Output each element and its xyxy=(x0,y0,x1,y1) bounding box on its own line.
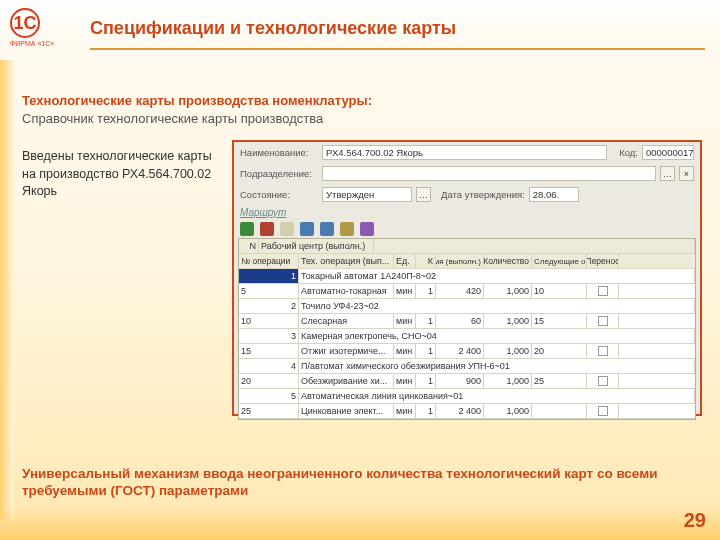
toolbar xyxy=(234,220,700,238)
table-group-row[interactable]: 1Токарный автомат 1А240П-8~02 xyxy=(239,269,695,284)
col-kol[interactable]: Количество xyxy=(484,254,532,268)
table-row[interactable]: 10Слесарнаямин1601,00015 xyxy=(239,314,695,329)
dept-lookup-button[interactable]: … xyxy=(660,166,675,181)
date-input[interactable]: 28.06. xyxy=(529,187,579,202)
date-label: Дата утверждения: xyxy=(441,189,525,200)
col-sl[interactable]: Следующие опе... xyxy=(532,254,587,268)
logo-symbol: 1С xyxy=(10,8,40,38)
state-lookup-button[interactable]: … xyxy=(416,187,431,202)
table-row[interactable]: 20Обезжиривание хи...мин19001,00025 xyxy=(239,374,695,389)
page-title: Спецификации и технологические карты xyxy=(90,18,456,39)
col-ed[interactable]: Ед. xyxy=(394,254,416,268)
table-group-row[interactable]: 3Камерная электропечь, СНО~04 xyxy=(239,329,695,344)
col-n[interactable]: N xyxy=(239,239,259,253)
checkbox[interactable] xyxy=(598,286,608,296)
add-icon[interactable] xyxy=(240,222,254,236)
sort-icon[interactable] xyxy=(340,222,354,236)
logo-caption: ФИРМА «1С» xyxy=(10,40,70,47)
dept-label: Подразделение: xyxy=(240,168,318,179)
table-body: 1Токарный автомат 1А240П-8~025Автоматно-… xyxy=(239,269,695,419)
col-k[interactable]: К xyxy=(416,254,436,268)
title-underline xyxy=(90,48,705,50)
table-group-row[interactable]: 4П/автомат химического обезжиривания УПН… xyxy=(239,359,695,374)
operations-table: N Рабочий центр (выполн.) № операции Тех… xyxy=(238,238,696,420)
page-number: 29 xyxy=(684,509,706,532)
form-window: Наименование: РХ4.564.700.02 Якорь Код: … xyxy=(232,140,702,416)
code-input[interactable]: 000000017 xyxy=(642,145,694,160)
delete-icon[interactable] xyxy=(260,222,274,236)
checkbox[interactable] xyxy=(598,406,608,416)
edit-icon[interactable] xyxy=(280,222,294,236)
dept-input[interactable] xyxy=(322,166,656,181)
table-group-row[interactable]: 5Автоматическая линия цинкования~01 xyxy=(239,389,695,404)
up-icon[interactable] xyxy=(300,222,314,236)
subtitle: Технологические карты производства номен… xyxy=(22,92,372,128)
dept-clear-button[interactable]: × xyxy=(679,166,694,181)
state-input[interactable]: Утвержден xyxy=(322,187,412,202)
col-rc[interactable]: Рабочий центр (выполн.) xyxy=(259,239,374,253)
row-dept: Подразделение: … × xyxy=(234,163,700,184)
col-n2[interactable]: № операции xyxy=(239,254,299,268)
footer-text: Универсальный механизм ввода неограничен… xyxy=(22,465,680,500)
table-row[interactable]: 15Отжиг изотермиче...мин12 4001,00020 xyxy=(239,344,695,359)
down-icon[interactable] xyxy=(320,222,334,236)
sidenote: Введены технологические карты на произво… xyxy=(22,148,212,201)
name-label: Наименование: xyxy=(240,147,318,158)
subtitle-gray: Справочник технологические карты произво… xyxy=(22,111,323,126)
checkbox[interactable] xyxy=(598,346,608,356)
table-row[interactable]: 25Цинкование элект...мин12 4001,000 xyxy=(239,404,695,419)
checkbox[interactable] xyxy=(598,316,608,326)
code-label: Код: xyxy=(619,147,638,158)
col-op[interactable]: Тех. операция (вып... xyxy=(299,254,394,268)
table-group-row[interactable]: 2Точило УФ4-23~02 xyxy=(239,299,695,314)
settings-icon[interactable] xyxy=(360,222,374,236)
col-vr[interactable]: Время (выполн.) xyxy=(436,254,484,268)
checkbox[interactable] xyxy=(598,376,608,386)
logo: 1С ФИРМА «1С» xyxy=(10,8,70,48)
name-input[interactable]: РХ4.564.700.02 Якорь xyxy=(322,145,607,160)
col-pe[interactable]: Перенос xyxy=(587,254,619,268)
marshrut-link[interactable]: Маршрут xyxy=(234,205,700,220)
state-label: Состояние: xyxy=(240,189,318,200)
table-header: N Рабочий центр (выполн.) № операции Тех… xyxy=(239,239,695,269)
table-row[interactable]: 5Автоматно-токарнаямин14201,00010 xyxy=(239,284,695,299)
subtitle-red: Технологические карты производства номен… xyxy=(22,93,372,108)
footer-gradient xyxy=(0,506,720,540)
row-name: Наименование: РХ4.564.700.02 Якорь Код: … xyxy=(234,142,700,163)
row-state: Состояние: Утвержден … Дата утверждения:… xyxy=(234,184,700,205)
side-shadow xyxy=(0,60,14,520)
